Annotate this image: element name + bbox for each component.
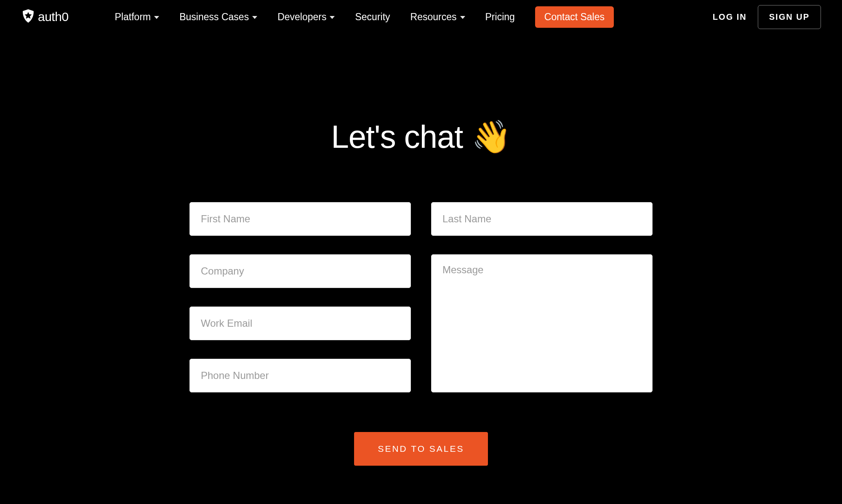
hero: Let's chat 👋 — [0, 118, 842, 156]
nav-security[interactable]: Security — [355, 11, 390, 23]
work-email-field[interactable] — [189, 307, 411, 340]
company-field[interactable] — [189, 254, 411, 288]
main-nav: Platform Business Cases Developers Secur… — [115, 6, 614, 28]
chevron-down-icon — [252, 16, 257, 19]
first-name-field[interactable] — [189, 202, 411, 236]
contact-sales-button[interactable]: Contact Sales — [535, 6, 614, 28]
nav-label: Security — [355, 11, 390, 23]
nav-label: Platform — [115, 11, 151, 23]
login-link[interactable]: LOG IN — [713, 12, 747, 22]
phone-number-field[interactable] — [189, 359, 411, 392]
chevron-down-icon — [330, 16, 335, 19]
nav-business-cases[interactable]: Business Cases — [179, 11, 257, 23]
message-field[interactable] — [431, 254, 653, 392]
shield-star-icon — [21, 9, 35, 25]
nav-label: Developers — [277, 11, 326, 23]
brand-logo[interactable]: auth0 — [21, 9, 69, 25]
send-to-sales-button[interactable]: SEND TO SALES — [354, 432, 488, 466]
nav-label: Business Cases — [179, 11, 249, 23]
auth-actions: LOG IN SIGN UP — [713, 5, 821, 29]
chevron-down-icon — [460, 16, 465, 19]
signup-button[interactable]: SIGN UP — [758, 5, 821, 29]
contact-form: SEND TO SALES — [189, 202, 653, 466]
nav-label: Resources — [410, 11, 457, 23]
chevron-down-icon — [154, 16, 159, 19]
nav-label: Pricing — [485, 11, 515, 23]
last-name-field[interactable] — [431, 202, 653, 236]
page-title: Let's chat 👋 — [0, 118, 842, 156]
nav-platform[interactable]: Platform — [115, 11, 160, 23]
brand-name: auth0 — [38, 10, 69, 24]
nav-pricing[interactable]: Pricing — [485, 11, 515, 23]
nav-resources[interactable]: Resources — [410, 11, 465, 23]
header: auth0 Platform Business Cases Developers… — [0, 0, 842, 34]
nav-developers[interactable]: Developers — [277, 11, 335, 23]
